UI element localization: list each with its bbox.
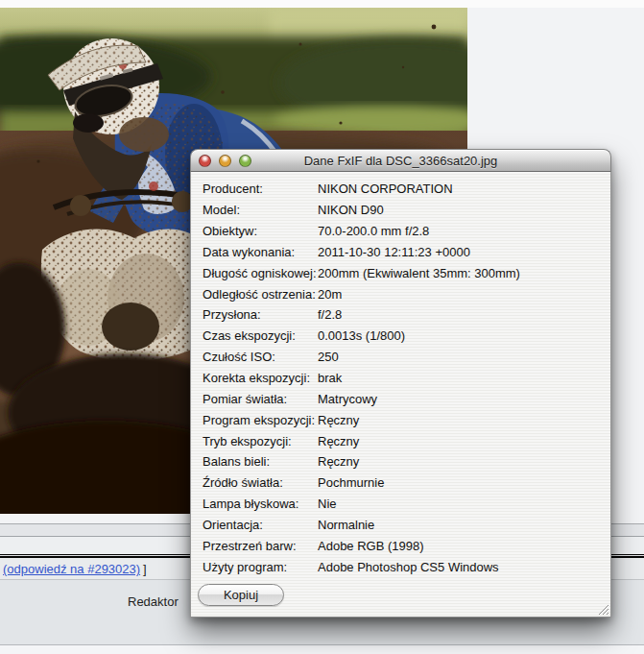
exif-row: Odległość ostrzenia: 20m (191, 283, 610, 304)
exif-field-value: 0.0013s (1/800) (318, 328, 405, 343)
exif-field-label: Użyty program: (191, 560, 318, 574)
exif-field-value: Ręczny (318, 434, 359, 448)
exif-row: Program ekspozycji: Ręczny (191, 409, 610, 430)
exif-field-value: Adobe Photoshop CS5 Windows (318, 560, 499, 574)
exif-row: Data wykonania: 2011-10-30 12:11:23 +000… (191, 242, 610, 263)
exif-field-label: Przestrzeń barw: (191, 539, 318, 553)
exif-field-value: Ręczny (318, 454, 359, 469)
exif-field-label: Pomiar światła: (191, 392, 318, 406)
reply-link-suffix: ] (143, 562, 147, 576)
exif-field-label: Obiektyw: (191, 224, 318, 238)
exif-field-label: Producent: (191, 182, 318, 196)
exif-row: Tryb ekspozycji: Ręczny (191, 430, 610, 451)
exif-row: Producent: NIKON CORPORATION (191, 179, 610, 200)
exif-row: Przysłona: f/2.8 (191, 304, 610, 326)
exif-field-label: Program ekspozycji: (191, 413, 318, 427)
exif-row: Korekta ekspozycji: brak (191, 368, 610, 389)
exif-field-label: Balans bieli: (191, 454, 318, 469)
exif-row: Lampa błyskowa: Nie (191, 494, 610, 515)
exif-field-value: 20m (318, 287, 342, 302)
exif-field-label: Czas ekspozycji: (191, 328, 318, 343)
exif-field-label: Lampa błyskowa: (191, 497, 318, 511)
exif-row: Długość ogniskowej: 200mm (Ekwiwalent 35… (191, 262, 610, 283)
exif-field-value: NIKON CORPORATION (318, 182, 453, 196)
resize-grip-icon[interactable] (596, 602, 608, 615)
exif-field-value: NIKON D90 (318, 203, 384, 217)
exif-row: Przestrzeń barw: Adobe RGB (1998) (191, 535, 610, 556)
exif-field-label: Korekta ekspozycji: (191, 371, 318, 385)
exif-field-value: brak (318, 371, 342, 385)
exif-field-value: Adobe RGB (1998) (318, 539, 424, 553)
exif-field-label: Czułość ISO: (191, 350, 318, 364)
dialog-title: Dane FxIF dla DSC_3366sat20.jpg (191, 154, 610, 168)
exif-row: Orientacja: Normalnie (191, 515, 610, 536)
exif-field-list: Producent: NIKON CORPORATION Model: NIKO… (191, 179, 610, 577)
fxif-dialog: Dane FxIF dla DSC_3366sat20.jpg Producen… (190, 149, 611, 618)
exif-field-value: 200mm (Ekwiwalent 35mm: 300mm) (318, 266, 520, 280)
exif-row: Model: NIKON D90 (191, 200, 610, 221)
exif-field-value: f/2.8 (318, 307, 342, 322)
exif-field-value: Normalnie (318, 518, 374, 532)
exif-field-value: Ręczny (318, 413, 359, 427)
editor-label: Redaktor (128, 594, 179, 609)
exif-field-label: Źródło światła: (191, 475, 318, 490)
exif-field-value: Matrycowy (318, 392, 377, 406)
exif-row: Pomiar światła: Matrycowy (191, 388, 610, 409)
exif-field-label: Długość ogniskowej: (191, 266, 318, 280)
exif-row: Balans bieli: Ręczny (191, 451, 610, 472)
exif-row: Czułość ISO: 250 (191, 347, 610, 368)
exif-field-label: Tryb ekspozycji: (191, 434, 318, 448)
exif-field-label: Model: (191, 203, 318, 217)
exif-field-label: Orientacja: (191, 518, 318, 532)
exif-field-label: Data wykonania: (191, 245, 318, 259)
exif-field-value: 70.0-200.0 mm f/2.8 (318, 224, 429, 238)
exif-field-value: Pochmurnie (318, 475, 384, 490)
exif-row: Użyty program: Adobe Photoshop CS5 Windo… (191, 556, 610, 577)
dialog-titlebar[interactable]: Dane FxIF dla DSC_3366sat20.jpg (190, 149, 611, 172)
exif-row: Źródło światła: Pochmurnie (191, 472, 610, 494)
exif-row: Czas ekspozycji: 0.0013s (1/800) (191, 326, 610, 347)
exif-field-value: Nie (318, 497, 337, 511)
dialog-body: Producent: NIKON CORPORATION Model: NIKO… (190, 172, 611, 618)
screen: (odpowiedź na #293023)] Redaktor Dane Fx… (0, 0, 644, 654)
exif-field-label: Odległość ostrzenia: (191, 287, 318, 302)
exif-field-value: 2011-10-30 12:11:23 +0000 (318, 245, 470, 259)
copy-button[interactable]: Kopiuj (198, 584, 284, 606)
reply-link[interactable]: (odpowiedź na #293023) (3, 562, 140, 576)
page-top-strip (0, 0, 644, 8)
page-band (0, 645, 644, 654)
exif-field-value: 250 (318, 350, 339, 364)
exif-row: Obiektyw: 70.0-200.0 mm f/2.8 (191, 221, 610, 242)
reply-row: (odpowiedź na #293023)] (3, 562, 147, 576)
exif-field-label: Przysłona: (191, 307, 318, 322)
